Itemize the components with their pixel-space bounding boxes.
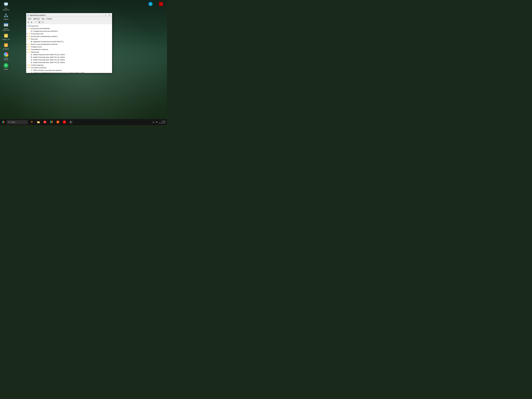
taskbar-app-yandex[interactable]: Я — [61, 119, 68, 125]
tree-item-gmm1[interactable]: ⚙ Intel(R) Celeron(R)/Pentium(R) Silver … — [26, 72, 112, 73]
tree-item-cmos[interactable]: ⚙ CMOS системы и часы реального времени — [26, 69, 112, 72]
tree-item-print[interactable]: ▶ 📁 Очереди печати — [26, 45, 112, 48]
desktop-icon-activators[interactable]: 📁 Activators — [1, 42, 11, 50]
taskbar-app-media[interactable]: ⏵ — [68, 119, 74, 125]
menu-action[interactable]: Действие — [32, 18, 41, 20]
software-dev-folder-icon: 📁 — [28, 48, 30, 51]
taskbar-clock[interactable]: 18:30 01.01.2024 — [159, 120, 165, 124]
device-manager-icon — [27, 14, 29, 16]
ide-folder-icon: 📁 — [28, 27, 30, 30]
tree-item-cpu1[interactable]: Intel(R) Pentium(R) Silver J5005 CPU @ 1… — [26, 53, 112, 56]
tree-label-mice: Мыши и иные указывающие устройства — [31, 44, 57, 45]
desktop-icon-panel[interactable]: Панель управления — [1, 22, 11, 32]
svg-rect-36 — [31, 62, 32, 63]
print-folder-icon: 📁 — [28, 46, 30, 48]
toolbar-grid-button[interactable] — [38, 21, 41, 24]
toolbar-forward-button[interactable]: ► — [30, 21, 33, 24]
toolbar-back-button[interactable]: ◄ — [27, 21, 30, 24]
tree-item-network[interactable]: ▶ 📁 Сетевые адаптеры — [26, 64, 112, 66]
svg-rect-46 — [51, 122, 52, 123]
svg-rect-3 — [5, 6, 7, 6]
svg-point-47 — [153, 123, 153, 123]
expander-cmos — [28, 69, 30, 71]
taskbar-app-fileexplorer[interactable] — [29, 119, 35, 125]
desktop-icon-chrome[interactable]: Google Chrome — [1, 51, 11, 61]
activators-icon-label: Activators — [3, 48, 9, 50]
expander-gmm1 — [28, 72, 30, 73]
maximize-button[interactable]: □ — [104, 14, 107, 17]
svg-rect-2 — [5, 5, 7, 6]
desktop-icon-recycle[interactable]: Корзина — [1, 12, 11, 21]
window-title: Диспетчер устройств — [30, 14, 100, 16]
recycle-icon-label: Корзина — [4, 19, 8, 20]
monitor-device-icon: 🖥 — [30, 41, 32, 43]
taskbar-app-folder[interactable] — [35, 119, 41, 125]
sata-device-icon — [30, 30, 32, 32]
menu-help[interactable]: Справка — [45, 18, 53, 20]
expander-print: ▶ — [26, 46, 28, 48]
desktop-icon-patches[interactable]: 📁 Patches_FIX — [1, 33, 11, 41]
tree-label-ide: Контроллеры IDE ATA/ATAPI — [31, 28, 50, 29]
taskbar: 🔍 Поиск — [0, 119, 167, 125]
expander-cpu3 — [28, 59, 30, 61]
taskbar-app-yandex-browser[interactable]: Я — [55, 119, 61, 125]
toolbar-separator-1 — [34, 21, 34, 23]
storage-folder-icon: 📁 — [28, 35, 30, 38]
svg-rect-24 — [29, 25, 30, 26]
menu-file[interactable]: Файл — [27, 18, 32, 20]
device-tree[interactable]: ▶ Компьютер ▼ 📁 Контрол — [26, 24, 112, 73]
tree-item-system[interactable]: ▼ 📁 Системные устройства — [26, 66, 112, 69]
desktop-icon-spotify[interactable]: Spotify — [1, 62, 11, 71]
svg-rect-45 — [50, 122, 51, 123]
usb-folder-icon: 📁 — [28, 33, 30, 35]
taskbar-app-opera[interactable]: O — [42, 119, 48, 125]
tree-label-cpu1: Intel(R) Pentium(R) Silver J5005 CPU @ 1… — [33, 54, 65, 55]
window-titlebar[interactable]: Диспетчер устройств – □ ✕ — [26, 13, 112, 17]
cpu4-icon — [30, 61, 32, 63]
tree-label-cpu4: Intel(R) Pentium(R) Silver J5005 CPU @ 1… — [33, 62, 65, 63]
tree-item-cpu3[interactable]: Intel(R) Pentium(R) Silver J5005 CPU @ 1… — [26, 58, 112, 61]
tree-item-usb[interactable]: ▶ 📁 Контроллеры USB — [26, 32, 112, 35]
tree-item-mice[interactable]: ▶ 📁 Мыши и иные указывающие устройства — [26, 43, 112, 45]
toolbar-monitor-button[interactable] — [41, 21, 44, 24]
tray-volume-icon[interactable] — [155, 121, 158, 123]
tray-network-icon[interactable] — [152, 121, 155, 123]
folder-taskbar-icon — [37, 120, 40, 124]
tree-item-cpu4[interactable]: Intel(R) Pentium(R) Silver J5005 CPU @ 1… — [26, 61, 112, 64]
expander-usb: ▶ — [26, 33, 28, 35]
expander-cpu4 — [28, 61, 30, 63]
desktop-icon-dota2[interactable]: DOTA — [156, 1, 166, 6]
desktop-icon-computer[interactable]: Этот компьютер — [1, 1, 11, 11]
tree-item-processors[interactable]: ▼ 📁 Процессоры — [26, 51, 112, 53]
tree-item-storage[interactable]: ▶ 📁 Контроллеры запоминающих устройств — [26, 35, 112, 38]
desktop-icon-edge[interactable]: e — [146, 1, 155, 6]
svg-rect-40 — [3, 122, 4, 123]
start-button[interactable] — [0, 119, 6, 125]
search-text: Поиск — [11, 121, 15, 123]
svg-rect-8 — [6, 25, 7, 26]
network-folder-icon: 📁 — [28, 64, 30, 66]
tree-item-cpu2[interactable]: Intel(R) Pentium(R) Silver J5005 CPU @ 1… — [26, 56, 112, 58]
toolbar-help-button[interactable]: ? — [34, 21, 38, 24]
expander-computer: ▶ — [26, 25, 28, 27]
taskbar-search[interactable]: 🔍 Поиск — [7, 120, 28, 124]
tree-item-monitor-device[interactable]: 🖥 Цифровой плоский монитор (1024x768 60 … — [26, 40, 112, 43]
menu-view[interactable]: Вид — [41, 18, 45, 20]
minimize-button[interactable]: – — [100, 14, 104, 17]
tree-label-network: Сетевые адаптеры — [31, 64, 44, 66]
svg-rect-7 — [6, 25, 7, 25]
gmm1-icon: ⚙ — [30, 72, 32, 73]
tree-item-monitors[interactable]: ▼ 📁 Мониторы — [26, 38, 112, 40]
tree-item-sata[interactable]: Стандартный контроллер SATA AHCI — [26, 30, 112, 32]
close-button[interactable]: ✕ — [108, 14, 111, 17]
tree-item-ide[interactable]: ▼ 📁 Контроллеры IDE ATA/ATAPI — [26, 27, 112, 30]
svg-rect-30 — [31, 54, 32, 55]
cpu3-icon — [30, 59, 32, 61]
expander-mice: ▶ — [26, 43, 28, 45]
taskbar-app-store[interactable] — [48, 119, 55, 125]
desktop: Этот компьютер Корзина — [0, 0, 167, 125]
taskbar-apps: O Я — [29, 119, 74, 125]
tree-item-computer[interactable]: ▶ Компьютер — [26, 25, 112, 27]
tree-label-cmos: CMOS системы и часы реального времени — [33, 70, 62, 71]
tree-item-software-dev[interactable]: ▶ 📁 Программные устройства — [26, 48, 112, 51]
